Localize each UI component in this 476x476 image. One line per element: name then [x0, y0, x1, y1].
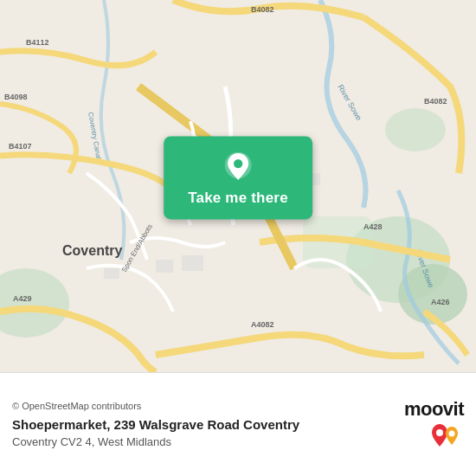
svg-text:B4082: B4082: [424, 97, 447, 106]
svg-text:A429: A429: [13, 294, 32, 303]
address-block: © OpenStreetMap contributors Shoepermark…: [12, 401, 393, 448]
svg-rect-22: [104, 268, 119, 279]
svg-text:B4098: B4098: [4, 93, 28, 101]
svg-text:Coventry: Coventry: [62, 243, 122, 258]
bottom-info-bar: © OpenStreetMap contributors Shoepermark…: [0, 372, 476, 476]
svg-point-4: [385, 108, 446, 151]
svg-rect-21: [182, 255, 203, 271]
moovit-logo: moovit: [403, 400, 464, 450]
take-me-there-button[interactable]: Take me there: [164, 136, 312, 219]
svg-point-28: [449, 430, 455, 436]
svg-text:B4082: B4082: [251, 5, 274, 14]
svg-text:B4112: B4112: [26, 38, 49, 47]
svg-point-27: [436, 429, 443, 436]
svg-text:A428: A428: [363, 222, 383, 231]
svg-text:B4107: B4107: [9, 142, 32, 151]
svg-text:A4082: A4082: [251, 320, 274, 329]
location-pin-icon: [222, 151, 254, 183]
svg-rect-20: [156, 260, 173, 273]
svg-text:A426: A426: [431, 298, 450, 306]
moovit-pins-icon: [429, 422, 464, 450]
moovit-brand-name: moovit: [404, 400, 464, 419]
svg-point-26: [234, 159, 242, 168]
map-view: River Sowe River Sowe Coventry Canal B40…: [0, 0, 476, 372]
location-region: Coventry CV2 4, West Midlands: [12, 435, 393, 448]
button-label: Take me there: [188, 190, 288, 207]
location-name: Shoepermarket, 239 Walsgrave Road Covent…: [12, 416, 393, 434]
moovit-icon: [429, 422, 464, 450]
osm-attribution: © OpenStreetMap contributors: [12, 401, 393, 411]
